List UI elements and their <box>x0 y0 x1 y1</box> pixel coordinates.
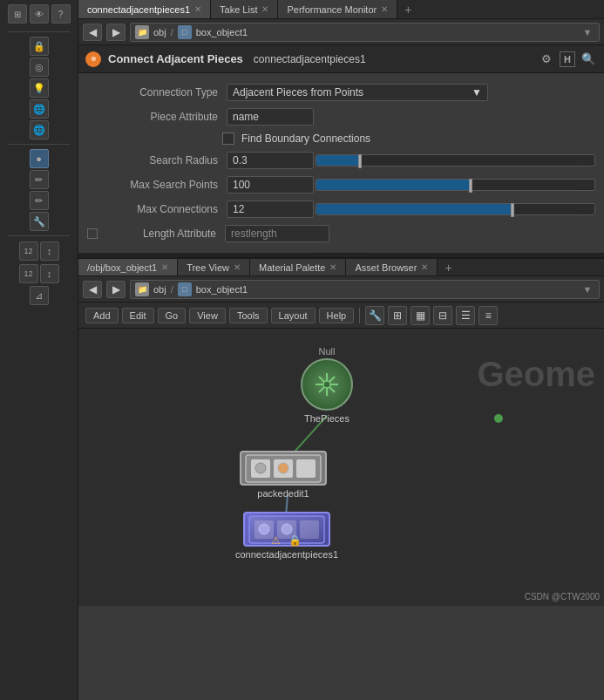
packed-node-icon <box>244 453 322 484</box>
sidebar-help-icon[interactable]: ? <box>51 4 71 24</box>
sidebar-tool-pen2[interactable]: ✏ <box>30 191 49 210</box>
toolbar-icon-grid1[interactable]: ▦ <box>411 306 430 325</box>
max-connections-fill <box>316 204 511 214</box>
bottom-tab-add-btn[interactable]: + <box>438 261 458 275</box>
tab-perf-monitor[interactable]: Performance Monitor ✕ <box>278 0 397 18</box>
sidebar-tool-globe1[interactable]: 🌐 <box>30 99 49 119</box>
bottom-tab-tree-label: Tree View <box>187 262 229 273</box>
max-connections-thumb[interactable] <box>511 203 514 217</box>
bottom-tab-asset-close[interactable]: ✕ <box>421 262 428 272</box>
connection-type-dropdown[interactable]: Adjacent Pieces from Points ▼ <box>227 84 488 101</box>
nav-dropdown-arrow[interactable]: ▼ <box>580 25 594 39</box>
find-boundary-row: Find Boundary Connections <box>78 129 604 148</box>
connection-type-arrow: ▼ <box>472 86 482 99</box>
tab-connect-label: connectadjacentpieces1 <box>87 4 190 15</box>
node-connectadjacent[interactable]: ⚠ 🔒 connectadjacentpieces1 <box>235 512 338 560</box>
length-attr-checkbox[interactable] <box>87 228 98 239</box>
max-connections-track[interactable]: ········ <box>316 203 595 215</box>
search-radius-track[interactable]: ········ <box>316 154 595 167</box>
sidebar-tool-light[interactable]: 💡 <box>30 78 49 98</box>
sidebar-tool-arrow-v1[interactable]: ↕ <box>40 241 59 261</box>
max-search-points-thumb[interactable] <box>469 179 472 193</box>
svg-point-18 <box>259 524 269 534</box>
toolbar-go-btn[interactable]: Go <box>158 308 187 323</box>
toolbar-view-btn[interactable]: View <box>189 308 226 323</box>
nav-forward-btn[interactable]: ▶ <box>106 24 126 41</box>
panel-help-btn[interactable]: H <box>560 51 575 67</box>
toolbar-tools-btn[interactable]: Tools <box>229 308 268 323</box>
bottom-path-obj: obj <box>153 284 166 295</box>
piece-attribute-value[interactable]: name <box>227 108 314 126</box>
tab-take-list-label: Take List <box>220 4 257 15</box>
sidebar-tool-arrow-v2[interactable]: ↕ <box>40 264 59 283</box>
network-view[interactable]: Geome Null ThePieces <box>78 329 604 606</box>
bottom-nav-dropdown[interactable]: ▼ <box>580 282 594 296</box>
packed-node-body[interactable] <box>240 451 327 486</box>
toolbar-help-btn[interactable]: Help <box>319 308 355 323</box>
nav-back-btn[interactable]: ◀ <box>83 24 102 41</box>
toolbar-icon-wrench[interactable]: 🔧 <box>365 306 384 325</box>
tab-perf-close[interactable]: ✕ <box>381 4 388 14</box>
nav-path-obj: obj <box>153 27 166 37</box>
bottom-tab-material-close[interactable]: ✕ <box>329 262 336 272</box>
search-radius-value[interactable]: 0.3 <box>227 152 314 169</box>
max-search-points-track[interactable]: ········ <box>316 179 595 191</box>
toolbar-edit-btn[interactable]: Edit <box>122 308 154 323</box>
nav-path-container: 📁 obj / □ box_object1 ▼ <box>130 23 600 42</box>
sidebar-eye-icon[interactable]: 👁 <box>30 4 49 24</box>
max-search-points-fill <box>316 180 469 190</box>
find-boundary-checkbox[interactable] <box>222 133 234 145</box>
sidebar-tool-wrench[interactable]: 🔧 <box>30 212 49 231</box>
bottom-tab-material[interactable]: Material Palette ✕ <box>250 259 346 275</box>
null-node-icon <box>314 371 340 398</box>
toolbar-icon-grid4[interactable]: ≡ <box>478 306 498 325</box>
bottom-tab-tree-view[interactable]: Tree View ✕ <box>178 259 250 275</box>
toolbar-icon-table[interactable]: ⊞ <box>388 306 407 325</box>
max-search-points-value[interactable]: 100 <box>227 176 314 194</box>
bottom-tab-asset[interactable]: Asset Browser ✕ <box>346 259 438 275</box>
tab-connect-adjacent[interactable]: connectadjacentpieces1 ✕ <box>78 0 211 18</box>
tab-connect-close[interactable]: ✕ <box>194 4 201 14</box>
svg-rect-17 <box>300 520 319 539</box>
bottom-tab-tree-close[interactable]: ✕ <box>234 262 241 272</box>
sidebar-divider-3 <box>8 235 70 236</box>
sidebar-tool-12a[interactable]: 12 <box>19 241 38 261</box>
sidebar-tool-circle[interactable]: ◎ <box>30 58 49 77</box>
toolbar-icon-grid2[interactable]: ⊟ <box>433 306 452 325</box>
left-sidebar: ⊞ 👁 ? 🔒 ◎ 💡 🌐 🌐 ● ✏ ✏ 🔧 12 ↕ 12 ↕ ⊿ <box>0 0 78 700</box>
bottom-tab-obj-close[interactable]: ✕ <box>161 262 168 272</box>
toolbar-layout-btn[interactable]: Layout <box>271 308 316 323</box>
sidebar-tool-globe2[interactable]: 🌐 <box>30 120 49 139</box>
connection-type-row: Connection Type Adjacent Pieces from Poi… <box>78 80 604 105</box>
bottom-tab-obj-path[interactable]: /obj/box_object1 ✕ <box>78 259 178 275</box>
tab-add-btn[interactable]: + <box>397 3 418 17</box>
tab-take-list[interactable]: Take List ✕ <box>211 0 278 18</box>
sidebar-tool-lock[interactable]: 🔒 <box>30 37 49 56</box>
sidebar-tool-triangle[interactable]: ⊿ <box>30 286 49 305</box>
top-tabs-bar: connectadjacentpieces1 ✕ Take List ✕ Per… <box>78 0 604 19</box>
panel-settings-btn[interactable]: ⚙ <box>538 51 555 68</box>
toolbar-icon-grid3[interactable]: ☰ <box>456 306 475 325</box>
max-search-points-slider[interactable]: ········ <box>314 179 595 191</box>
search-radius-thumb[interactable] <box>358 154 362 168</box>
sidebar-tool-12b[interactable]: 12 <box>19 264 38 283</box>
sidebar-tool-blue[interactable]: ● <box>30 149 49 168</box>
search-radius-slider[interactable]: ········ <box>314 154 595 167</box>
node-packededit[interactable]: packededit1 <box>240 451 327 499</box>
max-connections-dots: ········ <box>576 207 594 212</box>
bottom-nav-forward[interactable]: ▶ <box>106 281 126 298</box>
packed-node-label: packededit1 <box>257 488 309 499</box>
sidebar-view-icon[interactable]: ⊞ <box>8 4 27 24</box>
null-node-body[interactable] <box>301 358 353 411</box>
connect-node-body[interactable]: ⚠ 🔒 <box>243 512 330 547</box>
length-attribute-value[interactable]: restlength <box>225 225 329 242</box>
node-thepieces[interactable]: Null ThePieces <box>301 346 353 424</box>
bottom-nav-back[interactable]: ◀ <box>83 281 102 298</box>
panel-search-btn[interactable]: 🔍 <box>580 51 597 68</box>
toolbar-add-btn[interactable]: Add <box>85 308 119 323</box>
max-connections-value[interactable]: 12 <box>227 200 314 218</box>
tab-take-list-close[interactable]: ✕ <box>261 4 268 14</box>
sidebar-tool-pen1[interactable]: ✏ <box>30 170 49 189</box>
max-connections-slider[interactable]: ········ <box>314 203 595 215</box>
panel-title-bar: ⊕ Connect Adjacent Pieces connectadjacen… <box>78 45 604 73</box>
